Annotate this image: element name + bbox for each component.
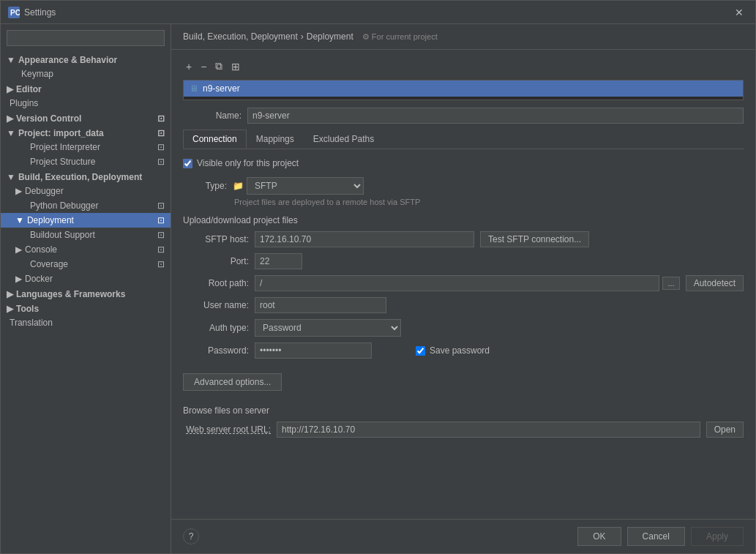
connection-tabs: Connection Mappings Excluded Paths <box>183 130 744 149</box>
advanced-options-button[interactable]: Advanced options... <box>183 373 282 391</box>
sidebar-item-build-exec[interactable]: ▼ Build, Execution, Deployment <box>1 169 171 184</box>
server-icon: 🖥 <box>190 83 198 94</box>
server-item[interactable]: 🖥 n9-server <box>184 81 743 97</box>
sidebar-item-buildout[interactable]: Buildout Support ⊡ <box>1 228 171 242</box>
sidebar-item-project-structure[interactable]: Project Structure ⊡ <box>1 154 171 169</box>
deployment-toolbar: + − ⧉ ⊞ <box>183 59 744 74</box>
sidebar-item-python-debugger[interactable]: Python Debugger ⊡ <box>1 198 171 213</box>
password-row: Password: Save password <box>183 342 744 359</box>
test-sftp-button[interactable]: Test SFTP connection... <box>480 231 589 247</box>
sidebar-item-label: Deployment <box>27 215 74 225</box>
sidebar-item-docker[interactable]: ▶ Docker <box>1 272 171 286</box>
move-server-button[interactable]: ⊞ <box>228 59 243 74</box>
save-password-label: Save password <box>430 345 490 356</box>
name-label: Name: <box>183 111 242 121</box>
root-path-ellipsis-button[interactable]: ... <box>662 277 679 290</box>
sidebar-item-languages[interactable]: ▶ Languages & Frameworks <box>1 286 171 301</box>
username-row: User name: <box>183 297 744 313</box>
apply-button[interactable]: Apply <box>691 527 744 546</box>
browse-row: Web server root URL: Open <box>183 422 744 438</box>
sidebar-item-version-control[interactable]: ▶ Version Control ⊡ <box>1 111 171 125</box>
name-input[interactable] <box>247 108 744 124</box>
bs-icon: ⊡ <box>157 230 165 240</box>
sidebar-item-label: Plugins <box>10 98 38 108</box>
username-input[interactable] <box>255 297 386 313</box>
sidebar-item-label: Coverage <box>30 259 68 269</box>
sftp-host-input[interactable] <box>255 231 474 247</box>
sidebar-item-label: Python Debugger <box>30 201 98 211</box>
sftp-icon: 📁 <box>233 181 244 191</box>
project-icon: ⊡ <box>157 128 165 138</box>
console-icon: ⊡ <box>157 244 165 255</box>
sftp-host-row: SFTP host: Test SFTP connection... <box>183 231 744 247</box>
sidebar-item-appearance[interactable]: ▼ Appearance & Behavior <box>1 52 171 67</box>
sidebar-item-translation[interactable]: Translation <box>1 315 171 330</box>
sidebar-item-label: Project Interpreter <box>30 142 100 152</box>
port-input[interactable] <box>255 253 302 269</box>
password-input[interactable] <box>255 342 372 359</box>
ps-icon: ⊡ <box>157 157 165 167</box>
sidebar-item-tools[interactable]: ▶ Tools <box>1 301 171 315</box>
sidebar-item-project[interactable]: ▼ Project: import_data ⊡ <box>1 125 171 140</box>
bottom-left: ? <box>183 528 199 544</box>
visible-only-checkbox[interactable] <box>183 159 192 168</box>
sidebar-item-keymap[interactable]: Keymap <box>1 67 171 81</box>
sidebar-item-deployment[interactable]: ▼ Deployment ⊡ <box>1 213 171 228</box>
username-label: User name: <box>183 300 249 310</box>
app-icon: PC <box>8 7 20 18</box>
expand-arrow: ▶ <box>15 244 22 255</box>
main-panel: Build, Execution, Deployment › Deploymen… <box>171 24 755 553</box>
tab-excluded-paths[interactable]: Excluded Paths <box>304 130 383 149</box>
bottom-right: OK Cancel Apply <box>577 527 744 546</box>
sidebar-item-label: Debugger <box>25 186 64 196</box>
auth-type-select[interactable]: Password Key pair (OpenSSH or PuTTY) Ope… <box>255 319 401 337</box>
sftp-host-right: Test SFTP connection... <box>255 231 744 247</box>
sidebar-item-coverage[interactable]: Coverage ⊡ <box>1 257 171 272</box>
expand-arrow: ▶ <box>7 289 13 299</box>
sidebar-item-label: Tools <box>16 304 39 314</box>
bottom-bar: ? OK Cancel Apply <box>171 519 755 553</box>
root-path-row: Root path: ... Autodetect <box>183 275 744 291</box>
open-button[interactable]: Open <box>706 422 744 438</box>
expand-arrow: ▼ <box>7 172 15 182</box>
save-password-checkbox[interactable] <box>416 346 425 356</box>
window-title: Settings <box>24 7 56 18</box>
remove-server-button[interactable]: − <box>198 59 209 74</box>
tab-connection[interactable]: Connection <box>183 130 247 149</box>
expand-arrow: ▶ <box>7 113 13 124</box>
panel-content: + − ⧉ ⊞ 🖥 n9-server Name: <box>171 50 755 519</box>
password-right: Save password <box>255 342 744 359</box>
sidebar: ▼ Appearance & Behavior Keymap ▶ Editor … <box>1 24 171 553</box>
password-label: Password: <box>183 345 249 356</box>
expand-arrow: ▶ <box>15 274 22 284</box>
sidebar-item-plugins[interactable]: Plugins <box>1 96 171 111</box>
visible-only-row: Visible only for this project <box>183 158 744 168</box>
cov-icon: ⊡ <box>157 259 165 269</box>
type-row: Type: 📁 SFTP FTP FTPS <box>183 177 744 195</box>
add-server-button[interactable]: + <box>183 59 195 74</box>
sidebar-item-editor[interactable]: ▶ Editor <box>1 81 171 96</box>
tab-mappings[interactable]: Mappings <box>247 130 304 149</box>
help-button[interactable]: ? <box>183 528 199 544</box>
visible-only-label: Visible only for this project <box>197 158 299 168</box>
ok-button[interactable]: OK <box>577 527 621 546</box>
search-input[interactable] <box>7 30 165 46</box>
expand-arrow: ▼ <box>7 55 15 65</box>
sidebar-item-label: Languages & Frameworks <box>16 289 125 299</box>
root-path-input[interactable] <box>255 275 659 291</box>
sidebar-item-label: Build, Execution, Deployment <box>18 172 142 182</box>
sidebar-item-debugger[interactable]: ▶ Debugger <box>1 184 171 198</box>
sidebar-item-project-interpreter[interactable]: Project Interpreter ⊡ <box>1 140 171 154</box>
titlebar: PC Settings ✕ <box>1 1 755 24</box>
copy-server-button[interactable]: ⧉ <box>212 59 225 74</box>
server-name: n9-server <box>203 83 240 94</box>
web-server-input[interactable] <box>277 422 700 438</box>
breadcrumb-section: Deployment <box>307 31 353 42</box>
cancel-button[interactable]: Cancel <box>627 527 685 546</box>
sidebar-item-console[interactable]: ▶ Console ⊡ <box>1 242 171 257</box>
type-select[interactable]: SFTP FTP FTPS <box>247 177 364 195</box>
close-button[interactable]: ✕ <box>730 5 748 20</box>
sidebar-item-label: Appearance & Behavior <box>18 55 117 65</box>
vc-icon: ⊡ <box>157 113 165 124</box>
autodetect-button[interactable]: Autodetect <box>686 275 744 291</box>
